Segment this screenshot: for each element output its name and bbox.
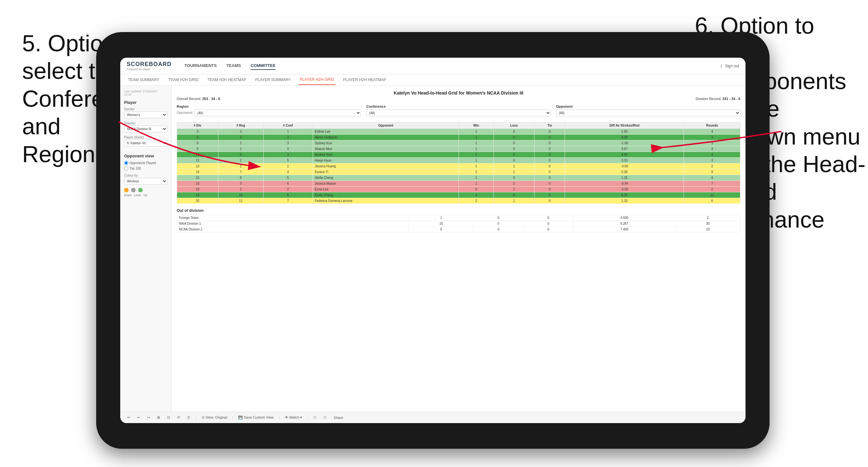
up-circle bbox=[138, 188, 143, 192]
save-custom-view-btn[interactable]: 💾 Save Custom View bbox=[236, 415, 275, 420]
table-row: 5 2 2 Alexis Sudjianto 1 0 0 4.00 3 bbox=[177, 135, 740, 141]
col-loss: Loss bbox=[494, 122, 534, 129]
subnav-team-h2h-heatmap[interactable]: TEAM H2H HEATMAP bbox=[206, 75, 248, 85]
redo-btn[interactable]: ↩ bbox=[135, 415, 142, 420]
table-row: 18 2 2 Euna Lee 0 2 0 -5.00 2 bbox=[177, 187, 740, 192]
nav-committee[interactable]: COMMITTEE bbox=[250, 62, 275, 70]
header-right: | Sign out bbox=[721, 64, 739, 68]
division-select[interactable]: NCAA Division III bbox=[124, 126, 167, 132]
colour-legend bbox=[124, 188, 167, 192]
opponent-played-radio[interactable]: Opponents Played bbox=[124, 161, 167, 165]
logo-sub: Powered by clippd bbox=[127, 68, 172, 71]
opponent-view-group: Opponents Played Top 100 bbox=[124, 161, 167, 170]
grid-btn[interactable]: ⊞ bbox=[155, 415, 162, 420]
player-rank-label: Player (Rank) bbox=[124, 135, 167, 139]
table-row: 10 6 3 Andrea York 2 0 0 4.00 4 bbox=[177, 152, 740, 158]
logo-text: SCOREBOARD bbox=[127, 61, 172, 68]
opponent-filter: Opponent (All) bbox=[556, 104, 740, 118]
undo-btn[interactable]: ↩ bbox=[125, 415, 132, 420]
subnav-player-summary[interactable]: PLAYER SUMMARY bbox=[254, 75, 292, 85]
filter-row: Region Opponents: (All) Conference (All) bbox=[177, 104, 740, 118]
forward-btn[interactable]: ↪ bbox=[145, 415, 152, 420]
down-circle bbox=[124, 188, 129, 192]
table-row: 6 3 3 Sydney Kuo 1 0 0 -1.00 3 bbox=[177, 141, 740, 146]
refresh-btn[interactable]: ↺ bbox=[175, 415, 182, 420]
table-row: 11 2 5 Heejo Hyun 1 0 0 3.33 3 bbox=[177, 158, 740, 163]
watch-btn[interactable]: 👁 Watch ▾ bbox=[283, 415, 304, 420]
col-opponent: Opponent bbox=[313, 122, 459, 129]
clock-btn[interactable]: ⏱ bbox=[185, 415, 192, 420]
table-row: 13 1 1 Jessica Huang 1 1 0 -3.00 2 bbox=[177, 163, 740, 169]
grid-title: Katelyn Vo Head-to-Head Grid for Women's… bbox=[177, 90, 740, 95]
table-row: 9 1 4 Sharon Mun 1 0 0 3.67 3 bbox=[177, 146, 740, 152]
main-nav: TOURNAMENTS TEAMS COMMITTEE bbox=[184, 62, 708, 70]
opponent-filter-select[interactable]: (All) bbox=[556, 110, 740, 116]
bottom-toolbar: ↩ ↩ ↪ ⊞ ⊡ ↺ ⏱ | ⊙ View: Original | 💾 Sav… bbox=[120, 411, 745, 423]
square-btn[interactable]: ⊡ bbox=[165, 415, 172, 420]
grid-records: Overall Record: 353 - 34 - 6 Division Re… bbox=[177, 97, 740, 101]
last-updated: Last Updated: 27/03/2024 14:34 bbox=[124, 90, 167, 96]
overall-record: 353 - 34 - 6 bbox=[202, 97, 220, 101]
colour-by-label: Colour by bbox=[124, 174, 167, 177]
out-of-division-title: Out of division bbox=[177, 208, 740, 213]
sign-out-link[interactable]: Sign out bbox=[725, 64, 739, 68]
division-label: Division bbox=[124, 122, 167, 125]
col-tie: Tie bbox=[534, 122, 565, 129]
col-conf: # Conf bbox=[263, 122, 313, 129]
opponents-select[interactable]: (All) bbox=[195, 110, 361, 116]
export-btn[interactable]: ⬡ bbox=[321, 415, 329, 420]
h2h-table: # Div # Reg # Conf Opponent Win Loss Tie… bbox=[177, 122, 740, 204]
app-header: SCOREBOARD Powered by clippd TOURNAMENTS… bbox=[120, 58, 745, 74]
gender-select[interactable]: Women's bbox=[124, 112, 167, 118]
subnav-team-summary[interactable]: TEAM SUMMARY bbox=[127, 75, 161, 85]
level-circle bbox=[131, 188, 136, 192]
sidebar-player-section: Player bbox=[124, 100, 167, 105]
out-of-division-table: Foreign Team 1 0 0 4.500 2 NAIA Division… bbox=[177, 215, 740, 232]
col-reg: # Reg bbox=[218, 122, 263, 129]
nav-tournaments[interactable]: TOURNAMENTS bbox=[184, 62, 217, 70]
col-rounds: Rounds bbox=[684, 122, 740, 129]
sub-nav: TEAM SUMMARY TEAM H2H GRID TEAM H2H HEAT… bbox=[120, 74, 745, 86]
conference-filter: Conference (All) bbox=[366, 104, 551, 118]
table-row: 3 3 1 Esther Lee 1 0 0 1.50 4 bbox=[177, 129, 740, 135]
tablet-screen: SCOREBOARD Powered by clippd TOURNAMENTS… bbox=[120, 58, 745, 423]
subnav-team-h2h-grid[interactable]: TEAM H2H GRID bbox=[167, 75, 200, 85]
share-btn[interactable]: Share bbox=[332, 415, 345, 420]
col-div: # Div bbox=[177, 122, 218, 129]
table-row: 14 7 4 Eunice Yi 2 2 0 0.38 9 bbox=[177, 169, 740, 175]
colour-labels: Down Level Up bbox=[124, 194, 167, 197]
share-options-btn[interactable]: ⬡ bbox=[311, 415, 318, 420]
subnav-player-h2h-grid[interactable]: PLAYER H2H GRID bbox=[299, 75, 335, 85]
tablet-device: SCOREBOARD Powered by clippd TOURNAMENTS… bbox=[96, 32, 770, 449]
conference-select[interactable]: (All) bbox=[366, 110, 551, 116]
colour-by-select[interactable]: Win/loss bbox=[124, 178, 167, 185]
main-content: Last Updated: 27/03/2024 14:34 Player Ge… bbox=[120, 86, 745, 423]
table-row: 20 11 7 Federica Domecq Lacroze 2 1 0 1.… bbox=[177, 198, 740, 204]
out-division-row: Foreign Team 1 0 0 4.500 2 bbox=[177, 215, 740, 221]
table-row: 16 3 6 Jessica Mason 1 2 0 -0.94 7 bbox=[177, 181, 740, 187]
col-diff: Diff Av Strokes/Rnd bbox=[565, 122, 684, 129]
player-rank-select[interactable]: 8. Katelyn Vo bbox=[124, 140, 167, 147]
opponent-view-label: Opponent view bbox=[124, 154, 167, 158]
table-row: 15 8 5 Stella Cheng 1 0 0 1.25 4 bbox=[177, 175, 740, 181]
nav-teams[interactable]: TEAMS bbox=[226, 62, 241, 70]
division-record: 331 - 34 - 6 bbox=[722, 97, 740, 101]
col-win: Win bbox=[459, 122, 494, 129]
sidebar: Last Updated: 27/03/2024 14:34 Player Ge… bbox=[120, 86, 172, 423]
view-original-btn[interactable]: ⊙ View: Original bbox=[200, 415, 229, 420]
grid-area: Katelyn Vo Head-to-Head Grid for Women's… bbox=[172, 86, 745, 423]
out-division-row: NAIA Division 1 15 0 0 9.267 30 bbox=[177, 221, 740, 227]
top100-radio[interactable]: Top 100 bbox=[124, 166, 167, 170]
subnav-player-h2h-heatmap[interactable]: PLAYER H2H HEATMAP bbox=[342, 75, 388, 85]
region-filter: Region Opponents: (All) bbox=[177, 104, 361, 118]
out-division-row: NCAA Division 2 5 0 0 7.400 10 bbox=[177, 227, 740, 232]
table-row: 19 10 6 Emily Chang 4 0 0 0.30 11 bbox=[177, 192, 740, 198]
gender-label: Gender bbox=[124, 107, 167, 111]
logo-area: SCOREBOARD Powered by clippd bbox=[127, 61, 172, 71]
